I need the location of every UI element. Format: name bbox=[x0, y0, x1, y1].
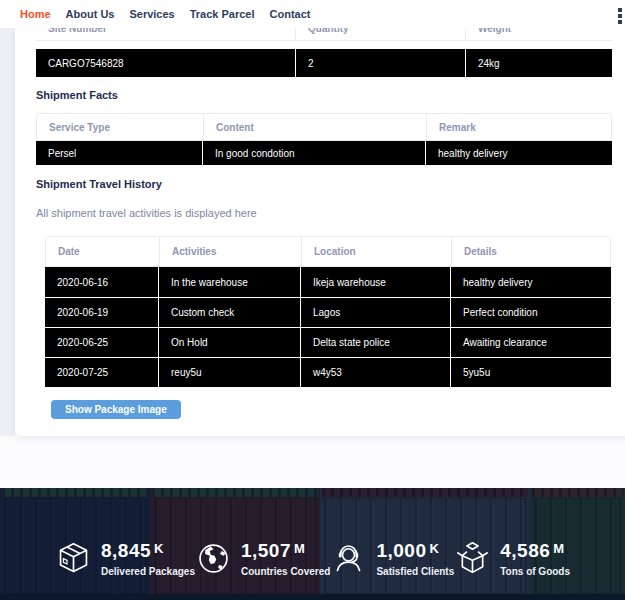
travel-details: healthy delivery bbox=[450, 267, 611, 297]
cargo-header-quantity: Quantity bbox=[295, 28, 465, 40]
travel-row: 2020-07-25 reuy5u w4y53 5yu5u bbox=[45, 357, 611, 387]
kebab-menu-icon[interactable] bbox=[618, 8, 624, 24]
travel-history-title: Shipment Travel History bbox=[36, 178, 625, 190]
stat-countries-covered: 1,507M Countries Covered bbox=[195, 540, 330, 577]
nav-item-about-us[interactable]: About Us bbox=[66, 8, 115, 20]
stat-satisfied-clients: 1,000K Satisfied Clients bbox=[330, 540, 454, 577]
travel-date: 2020-06-25 bbox=[45, 328, 158, 357]
nav-item-contact[interactable]: Contact bbox=[270, 8, 311, 20]
shipment-facts-header: Service Type Content Remark bbox=[36, 113, 612, 141]
travel-details: Awaiting clearance bbox=[450, 328, 611, 357]
travel-location: w4y53 bbox=[300, 358, 450, 387]
page-background: Site Number Quantity Weight CARGO7546828… bbox=[0, 28, 625, 488]
travel-date: 2020-06-16 bbox=[45, 267, 158, 297]
travel-location: Delta state police bbox=[300, 328, 450, 357]
facts-content-value: In good condotion bbox=[202, 141, 425, 165]
cargo-site-number-value: CARGO7546828 bbox=[36, 49, 295, 77]
top-navigation: Home About Us Services Track Parcel Cont… bbox=[0, 0, 625, 28]
stats-section: 8,845K Delivered Packages 1,507M Countri… bbox=[0, 488, 625, 600]
facts-service-type-value: Persel bbox=[36, 141, 202, 165]
stat-value: 4,586M bbox=[500, 540, 570, 562]
travel-header-details: Details bbox=[451, 237, 612, 266]
cargo-table: Site Number Quantity Weight CARGO7546828… bbox=[36, 28, 625, 77]
shipment-facts-title: Shipment Facts bbox=[36, 89, 625, 101]
stat-tons-of-goods: 4,586M Tons of Goods bbox=[454, 540, 570, 577]
travel-date: 2020-07-25 bbox=[45, 358, 158, 387]
cargo-header-site-number: Site Number bbox=[36, 28, 295, 40]
travel-history-description: All shipment travel activities is displa… bbox=[36, 207, 625, 219]
travel-activities: reuy5u bbox=[158, 358, 300, 387]
travel-header-location: Location bbox=[301, 237, 451, 266]
stat-value: 1,507M bbox=[241, 540, 330, 562]
travel-location: Ikeja warehouse bbox=[300, 267, 450, 297]
travel-date: 2020-06-19 bbox=[45, 298, 158, 327]
facts-remark-value: healthy delivery bbox=[425, 141, 612, 165]
stat-value: 1,000K bbox=[376, 540, 454, 562]
shipment-facts-row: Persel In good condotion healthy deliver… bbox=[36, 141, 612, 165]
tracking-result-card: Site Number Quantity Weight CARGO7546828… bbox=[15, 28, 625, 436]
travel-history-header: Date Activities Location Details bbox=[45, 236, 611, 267]
stat-label: Delivered Packages bbox=[101, 566, 195, 577]
cargo-header-weight: Weight bbox=[465, 28, 612, 40]
shipment-facts-table: Service Type Content Remark Persel In go… bbox=[36, 113, 625, 165]
travel-row: 2020-06-19 Custom check Lagos Perfect co… bbox=[45, 297, 611, 327]
globe-icon bbox=[195, 540, 232, 577]
cargo-table-row: CARGO7546828 2 24kg bbox=[36, 49, 612, 77]
travel-details: Perfect condition bbox=[450, 298, 611, 327]
show-package-image-button[interactable]: Show Package Image bbox=[51, 400, 181, 419]
travel-header-date: Date bbox=[46, 237, 159, 266]
travel-row: 2020-06-25 On Hold Delta state police Aw… bbox=[45, 327, 611, 357]
cargo-quantity-value: 2 bbox=[295, 49, 465, 77]
nav-item-track-parcel[interactable]: Track Parcel bbox=[190, 8, 255, 20]
facts-header-content: Content bbox=[203, 114, 426, 140]
travel-header-activities: Activities bbox=[159, 237, 301, 266]
package-icon bbox=[55, 540, 92, 577]
stats-content: 8,845K Delivered Packages 1,507M Countri… bbox=[0, 488, 625, 600]
travel-details: 5yu5u bbox=[450, 358, 611, 387]
travel-activities: In the warehouse bbox=[158, 267, 300, 297]
open-box-icon bbox=[454, 540, 491, 577]
left-gutter bbox=[0, 28, 15, 436]
travel-activities: Custom check bbox=[158, 298, 300, 327]
travel-activities: On Hold bbox=[158, 328, 300, 357]
stat-label: Tons of Goods bbox=[500, 566, 570, 577]
stat-value: 8,845K bbox=[101, 540, 195, 562]
facts-header-service-type: Service Type bbox=[37, 114, 203, 140]
travel-row: 2020-06-16 In the warehouse Ikeja wareho… bbox=[45, 267, 611, 297]
cargo-weight-value: 24kg bbox=[465, 49, 612, 77]
support-person-icon bbox=[330, 540, 367, 577]
nav-item-services[interactable]: Services bbox=[129, 8, 174, 20]
travel-history-table: Date Activities Location Details 2020-06… bbox=[45, 236, 625, 419]
cargo-table-header: Site Number Quantity Weight bbox=[36, 28, 612, 41]
nav-item-home[interactable]: Home bbox=[20, 8, 51, 20]
travel-location: Lagos bbox=[300, 298, 450, 327]
stat-delivered-packages: 8,845K Delivered Packages bbox=[55, 540, 195, 577]
stat-label: Countries Covered bbox=[241, 566, 330, 577]
facts-header-remark: Remark bbox=[426, 114, 613, 140]
stat-label: Satisfied Clients bbox=[376, 566, 454, 577]
